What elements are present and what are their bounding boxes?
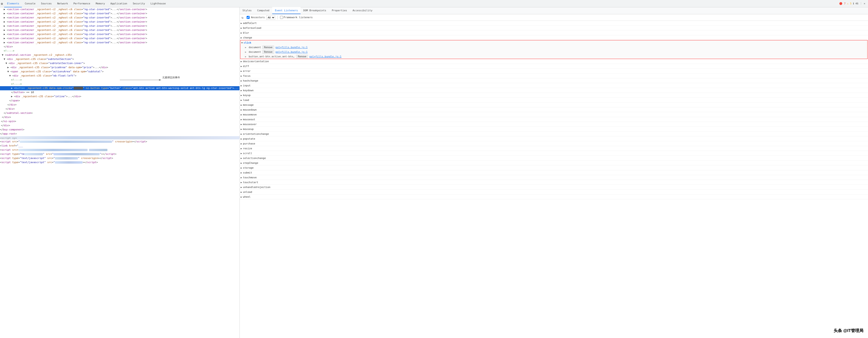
- dom-line[interactable]: </nz-spin>: [0, 119, 240, 123]
- event-header[interactable]: ▶ unhandledrejection: [240, 185, 868, 189]
- event-header[interactable]: ▶ scroll: [240, 151, 868, 156]
- dom-line[interactable]: </div>: [0, 115, 240, 119]
- event-header-click[interactable]: ▼ click: [240, 40, 867, 45]
- tab-network[interactable]: Network: [54, 0, 70, 7]
- event-header[interactable]: ▶ message: [240, 102, 868, 107]
- dom-line[interactable]: ▶ <section-container _ngcontent-c2 _ngho…: [0, 24, 240, 28]
- event-header[interactable]: ▶ orientationchange: [240, 131, 868, 136]
- event-header[interactable]: ▶ hashchange: [240, 78, 868, 83]
- dom-line[interactable]: ▶ <div _ngcontent-c35 class="priceArea" …: [0, 65, 240, 69]
- file-link[interactable]: polyfills.bundle.js:1: [275, 51, 307, 54]
- dom-line[interactable]: ▶ <div _ngcontent-c35 class="inline">...…: [0, 94, 240, 99]
- ancestors-select[interactable]: All: [266, 16, 275, 20]
- event-header[interactable]: ▶ blur: [240, 30, 868, 35]
- file-link[interactable]: polyfills.bundle.js:1: [275, 46, 307, 49]
- remove-button[interactable]: Remove: [262, 50, 274, 54]
- tab-computed[interactable]: Computed: [254, 7, 272, 14]
- dom-line[interactable]: </span>: [0, 99, 240, 103]
- event-header[interactable]: ▶ mousedown: [240, 107, 868, 112]
- dom-line[interactable]: ▼ <div _ngcontent-c35 class="subtotalSec…: [0, 61, 240, 65]
- tab-application[interactable]: Application: [107, 0, 130, 7]
- dom-line[interactable]: ▶ <section-container _ngcontent-c2 _ngho…: [0, 7, 240, 11]
- dom-line[interactable]: </app-root>: [0, 132, 240, 136]
- event-header[interactable]: ▶ mouseout: [240, 117, 868, 122]
- event-header[interactable]: ▶ mousemove: [240, 112, 868, 117]
- event-header[interactable]: ▶ load: [240, 98, 868, 102]
- event-header[interactable]: ▶ touchstart: [240, 180, 868, 185]
- event-header[interactable]: ▶ keyup: [240, 93, 868, 97]
- dom-line[interactable]: <script type="text/javascript" src="" cr…: [0, 156, 240, 160]
- dom-line[interactable]: </div>: [0, 123, 240, 128]
- event-header[interactable]: ▶ keydown: [240, 88, 868, 93]
- settings-icon[interactable]: ✕: [864, 2, 865, 5]
- event-header[interactable]: ▶ submit: [240, 170, 868, 175]
- dom-line[interactable]: <script type="te" src=""></script>: [0, 152, 240, 156]
- dom-line[interactable]: ▶ <section-container _ngcontent-c2 _ngho…: [0, 11, 240, 16]
- framework-checkbox[interactable]: [280, 16, 283, 19]
- tab-performance[interactable]: Performance: [71, 0, 93, 7]
- event-header[interactable]: ▶ resize: [240, 146, 868, 151]
- event-header[interactable]: ▶ mouseup: [240, 127, 868, 131]
- file-link[interactable]: polyfills.bundle.js:1: [309, 55, 341, 58]
- dom-line[interactable]: </button> == $0: [0, 90, 240, 94]
- dom-line[interactable]: </buy-component>: [0, 128, 240, 132]
- ancestors-label[interactable]: Ancestors: [251, 16, 265, 19]
- dom-line[interactable]: <!---->: [0, 49, 240, 53]
- event-header[interactable]: ▶ mouseover: [240, 122, 868, 126]
- event-header[interactable]: ▶ beforeunload: [240, 26, 868, 30]
- tab-elements[interactable]: Elements: [4, 0, 22, 7]
- refresh-icon[interactable]: ↻: [242, 16, 245, 19]
- event-header[interactable]: ▶ addToCart: [240, 21, 868, 25]
- dom-line-blurred[interactable]: <script src=: [0, 148, 240, 152]
- dom-line[interactable]: <!---->: [0, 82, 240, 86]
- dom-line[interactable]: ▶ <section-container _ngcontent-c2 _ngho…: [0, 32, 240, 36]
- more-icon[interactable]: ⋮: [860, 2, 862, 5]
- tab-properties[interactable]: Properties: [329, 7, 350, 14]
- event-header[interactable]: ▶ popstate: [240, 136, 868, 141]
- dom-line[interactable]: ▼ <div _ngcontent-c35 class="eb-float-le…: [0, 74, 240, 78]
- tab-lighthouse[interactable]: Lighthouse: [148, 0, 168, 7]
- event-header[interactable]: ▶ error: [240, 69, 868, 73]
- event-header[interactable]: ▶ purchase: [240, 141, 868, 146]
- dom-line[interactable]: <script type="text/javascript" src="></s…: [0, 160, 240, 164]
- event-header[interactable]: ▶ diff: [240, 64, 868, 68]
- remove-button[interactable]: Remove: [296, 55, 308, 58]
- dom-line[interactable]: ▶ <section-container _ngcontent-c2 _ngho…: [0, 36, 240, 40]
- event-header[interactable]: ▶ focus: [240, 73, 868, 78]
- event-header[interactable]: ▶ wheel: [240, 194, 868, 199]
- tab-styles[interactable]: Styles: [240, 7, 254, 14]
- ancestors-checkbox[interactable]: [247, 16, 250, 19]
- dom-line[interactable]: ▶ <section-container _ngcontent-c2 _ngho…: [0, 20, 240, 24]
- dom-line[interactable]: ▼ <subtotal-section _ngcontent-c2 _nghos…: [0, 53, 240, 57]
- tab-console[interactable]: Console: [22, 0, 38, 7]
- dom-line[interactable]: ▼ <span _ngcontent-c35 class="actionsAre…: [0, 69, 240, 74]
- tab-security[interactable]: Security: [130, 0, 148, 7]
- event-header[interactable]: ▶ unload: [240, 190, 868, 194]
- dom-line-blurred[interactable]: <script sy=: [0, 136, 240, 140]
- dom-line[interactable]: </div>: [0, 103, 240, 107]
- dom-line[interactable]: ▼ <div _ngcontent-c35 class="subtotalSec…: [0, 57, 240, 61]
- remove-button[interactable]: Remove: [262, 45, 274, 49]
- dom-line[interactable]: ▶ <section-container _ngcontent-c2 _ngho…: [0, 28, 240, 32]
- dom-line[interactable]: <!---->: [0, 78, 240, 82]
- dom-line[interactable]: ▶ <section-container _ngcontent-c2 _ngho…: [0, 40, 240, 45]
- tab-event-listeners[interactable]: Event Listeners: [272, 7, 301, 14]
- dom-line[interactable]: </subtotal-section>: [0, 111, 240, 115]
- dom-line-highlighted[interactable]: ▶ <button _ngcontent-c35 data-spm-click=…: [0, 86, 240, 90]
- dom-line[interactable]: </div>: [0, 107, 240, 111]
- event-header[interactable]: ▶ deviceorientation: [240, 59, 868, 64]
- event-header[interactable]: ▶ storage: [240, 165, 868, 170]
- event-header[interactable]: ▶ change: [240, 35, 868, 40]
- event-header[interactable]: ▶ stepChange: [240, 161, 868, 165]
- event-header[interactable]: ▶ touchmove: [240, 175, 868, 180]
- dom-line[interactable]: </div>: [0, 45, 240, 49]
- dom-line[interactable]: <script src="" crossorigin></script>: [0, 140, 240, 144]
- event-header[interactable]: ▶ input: [240, 83, 868, 88]
- dom-line[interactable]: <link href="___: [0, 144, 240, 148]
- tab-memory[interactable]: Memory: [93, 0, 107, 7]
- event-header[interactable]: ▶ selectionchange: [240, 156, 868, 160]
- framework-label[interactable]: Framework listeners: [284, 16, 313, 19]
- tab-dom-breakpoints[interactable]: DOM Breakpoints: [301, 7, 329, 14]
- dom-line[interactable]: ▶ <section-container _ngcontent-c2 _ngho…: [0, 16, 240, 20]
- tab-sources[interactable]: Sources: [38, 0, 54, 7]
